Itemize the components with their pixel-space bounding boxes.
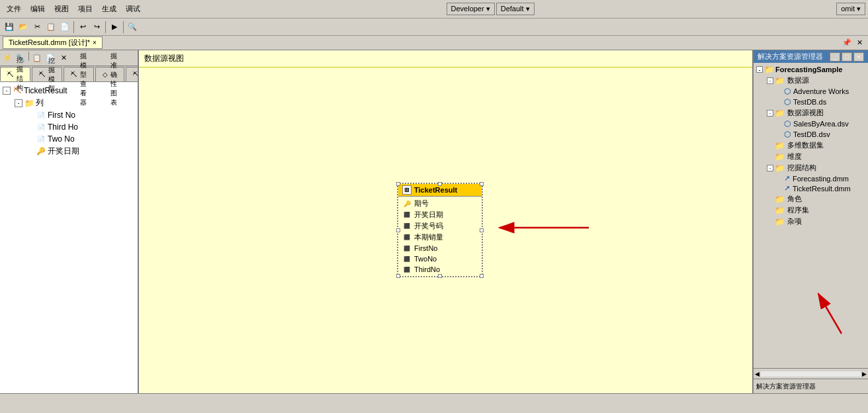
- rt-item-misc[interactable]: 📁杂项: [754, 216, 868, 227]
- rp-close[interactable]: ×: [853, 52, 864, 62]
- rt-item-datasource[interactable]: -📁数据源: [754, 75, 868, 86]
- table-card-row[interactable]: 🔑期号: [398, 198, 482, 209]
- resize-n[interactable]: [438, 182, 442, 186]
- scroll-right[interactable]: ▶: [862, 371, 867, 377]
- table-card-row[interactable]: ⬛开奖号码: [398, 220, 482, 232]
- rt-project-root[interactable]: - 📁 ForecastingSample: [754, 64, 868, 75]
- toggle-ticketresult[interactable]: -: [3, 87, 11, 95]
- tab-mining-viewer[interactable]: ⛏ 挖掘模型查看器: [64, 67, 94, 81]
- tab-mining-accuracy[interactable]: ◇ 挖掘准确性图表: [95, 67, 124, 81]
- toggle-columns[interactable]: -: [15, 99, 22, 107]
- kaijiangriq-label: 开奖日期: [48, 146, 79, 157]
- toolbar-icon-4[interactable]: 📋: [44, 21, 58, 34]
- table-card-row[interactable]: ⬛本期销量: [398, 232, 482, 243]
- project-toggle[interactable]: -: [756, 66, 763, 73]
- toolbar-icon-redo[interactable]: ↪: [90, 21, 103, 34]
- toolbar-icon-5[interactable]: 📄: [58, 21, 71, 34]
- table-card-row[interactable]: ⬛ThirdNo: [398, 264, 482, 275]
- rt-label-role: 角色: [787, 194, 802, 204]
- resize-s[interactable]: [438, 274, 442, 278]
- rt-item-salesbyarea[interactable]: ⬡SalesByArea.dsv: [754, 118, 868, 129]
- tree-item-kaijiangriq[interactable]: 🔑 开奖日期: [0, 145, 138, 158]
- rt-toggle-datasource[interactable]: -: [767, 77, 773, 84]
- folder-icon-role: 📁: [775, 195, 785, 204]
- menu-edit[interactable]: 编辑: [26, 3, 49, 15]
- toolbar-developer-dropdown[interactable]: Developer ▾: [447, 3, 495, 15]
- rt-item-datasource-view[interactable]: -📁数据源视图: [754, 107, 868, 118]
- resize-se[interactable]: [480, 274, 484, 278]
- toolbar-icon-search[interactable]: 🔍: [126, 21, 139, 34]
- menu-view[interactable]: 视图: [50, 3, 73, 15]
- rt-item-assembly[interactable]: 📁程序集: [754, 205, 868, 216]
- columns-label: 列: [36, 97, 44, 109]
- document-tab-close[interactable]: ×: [93, 39, 97, 46]
- kaijiangriq-icon: 🔑: [36, 146, 46, 157]
- doc-tab-pin[interactable]: 📌: [840, 38, 854, 47]
- firstno-icon: 📄: [36, 110, 46, 120]
- toolbar-icon-1[interactable]: 💾: [3, 21, 16, 34]
- rt-item-multidim[interactable]: 📁多维数据集: [754, 140, 868, 151]
- rt-item-ticketresult-dmm[interactable]: ↗TicketResult.dmm: [754, 183, 868, 193]
- rp-bottom-label: 解决方案资源管理器: [756, 382, 816, 391]
- rt-label-forecasting-dmm: Forecasting.dmm: [793, 175, 849, 183]
- tab-label-accuracy: 挖掘准确性图表: [110, 50, 117, 107]
- folder-icon-assembly: 📁: [775, 206, 785, 215]
- rt-item-mining[interactable]: -📁挖掘结构: [754, 162, 868, 173]
- rt-item-forecasting-dmm[interactable]: ↗Forecasting.dmm: [754, 173, 868, 183]
- tab-mining-rules[interactable]: ⛏ 挖掘模型预测: [126, 67, 139, 81]
- tree-item-thirdho[interactable]: 📄 Third Ho: [0, 121, 138, 133]
- rp-minimize[interactable]: _: [830, 52, 840, 62]
- table-card-row[interactable]: ⬛TwoNo: [398, 253, 482, 264]
- resize-sw[interactable]: [396, 274, 400, 278]
- right-tree: - 📁 ForecastingSample -📁数据源⬡Adventure Wo…: [754, 63, 868, 228]
- toolbar-icon-run[interactable]: ▶: [108, 21, 121, 34]
- lp-btn-1[interactable]: ⚡: [1, 52, 13, 64]
- toolbar-icon-3[interactable]: ✂: [30, 21, 44, 34]
- folder-icon-mining: 📁: [775, 163, 785, 173]
- tab-mining-model[interactable]: ⛏ 挖掘模型: [32, 67, 62, 81]
- field-icon: ⬛: [402, 244, 412, 253]
- rp-maximize[interactable]: □: [842, 52, 852, 62]
- svg-line-3: [818, 294, 842, 334]
- resize-e[interactable]: [480, 228, 484, 232]
- file-icon-forecasting-dmm: ↗: [784, 174, 790, 183]
- scroll-track[interactable]: [761, 371, 861, 377]
- menu-debug[interactable]: 调试: [122, 3, 144, 15]
- toolbar-omit-dropdown[interactable]: omit ▾: [836, 3, 865, 15]
- document-tab[interactable]: TicketResult.dmm [设计]* ×: [3, 36, 103, 49]
- resize-w[interactable]: [396, 228, 400, 232]
- doc-tab-close-all[interactable]: ✕: [854, 38, 865, 47]
- tree-item-twono[interactable]: 📄 Two No: [0, 133, 138, 145]
- lp-btn-3[interactable]: 📋: [31, 52, 43, 64]
- rt-item-testdb-dsv[interactable]: ⬡TestDB.dsv: [754, 129, 868, 140]
- toolbar-default-dropdown[interactable]: Default ▾: [496, 3, 535, 15]
- lp-btn-5[interactable]: ✕: [58, 52, 69, 64]
- document-tab-label: TicketResult.dmm [设计]*: [9, 38, 90, 48]
- table-card-row[interactable]: ⬛FirstNo: [398, 243, 482, 253]
- tab-icon-accuracy: ◇: [103, 71, 108, 78]
- menu-build[interactable]: 生成: [98, 3, 120, 15]
- scroll-left[interactable]: ◀: [755, 371, 760, 377]
- tree-item-firstno[interactable]: 📄 First No: [0, 109, 138, 121]
- rt-item-dimension[interactable]: 📁维度: [754, 151, 868, 162]
- resize-nw[interactable]: [396, 182, 400, 186]
- menu-project[interactable]: 项目: [74, 3, 97, 15]
- rt-toggle-datasource-view[interactable]: -: [767, 110, 773, 116]
- field-icon: ⬛: [402, 265, 412, 274]
- rt-item-adventure-works[interactable]: ⬡Adventure Works: [754, 86, 868, 97]
- rt-item-role[interactable]: 📁角色: [754, 193, 868, 205]
- rp-scrollbar[interactable]: ◀ ▶: [754, 368, 868, 379]
- table-card-row[interactable]: ⬛开奖日期: [398, 209, 482, 220]
- toolbar-icon-2[interactable]: 📂: [17, 21, 30, 34]
- thirdho-label: Third Ho: [48, 122, 78, 132]
- resize-ne[interactable]: [480, 182, 484, 186]
- right-panel-header: 解决方案资源管理器 _ □ ×: [754, 50, 868, 63]
- firstno-label: First No: [48, 111, 75, 120]
- rt-toggle-mining[interactable]: -: [767, 165, 773, 171]
- tab-mining-structure[interactable]: ⛏ 挖掘结构: [0, 67, 30, 81]
- rt-label-dimension: 维度: [787, 152, 802, 161]
- rt-label-multidim: 多维数据集: [787, 140, 824, 150]
- rt-item-testdb-ds[interactable]: ⬡TestDB.ds: [754, 97, 868, 107]
- toolbar-icon-undo[interactable]: ↩: [76, 21, 89, 34]
- menu-file[interactable]: 文件: [3, 3, 25, 15]
